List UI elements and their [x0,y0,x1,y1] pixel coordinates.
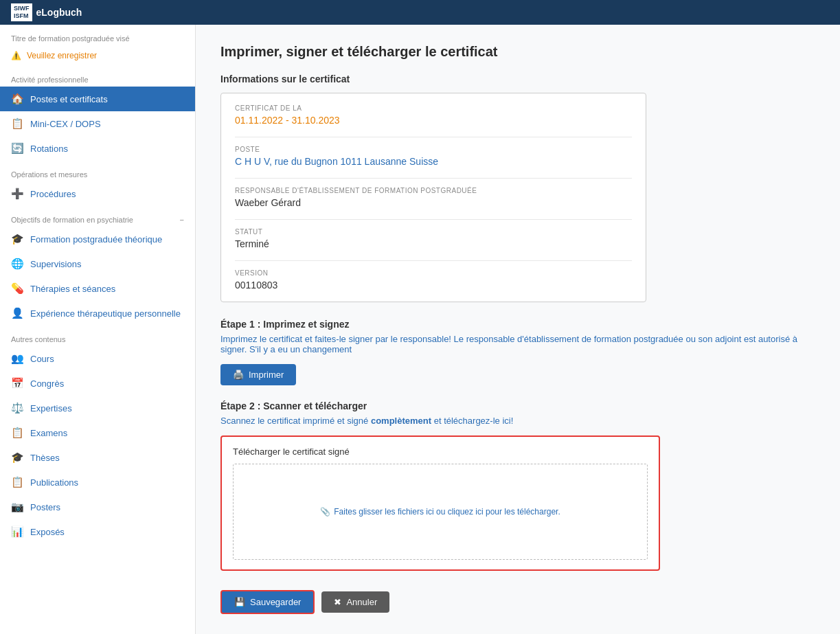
step2-desc-end: et téléchargez-le ici! [431,416,513,426]
page-title: Imprimer, signer et télécharger le certi… [220,44,815,60]
print-button[interactable]: 🖨️ Imprimer [220,364,296,385]
statut-label: STATUT [235,228,632,236]
plus-icon: ➕ [11,188,23,200]
cert-field-version: VERSION 00110803 [235,269,632,291]
upload-title: Télécharger le certificat signé [233,446,648,457]
poste-label: POSTE [235,146,632,153]
cancel-icon: ✖ [334,597,341,607]
responsable-value: Waeber Gérard [235,197,632,208]
poste-value: C H U V, rue du Bugnon 1011 Lausanne Sui… [235,156,632,167]
cert-info-section-title: Informations sur le certificat [220,73,815,84]
cert-field-poste: POSTE C H U V, rue du Bugnon 1011 Lausan… [235,146,632,167]
sidebar-item-posters[interactable]: 📷 Posters [0,495,195,519]
logo: SIWF ISFM eLogbuch [11,3,82,21]
autres-label: Autres contenus [0,326,195,346]
objectifs-label: Objectifs de formation en psychiatrie [11,216,133,224]
main-content: Imprimer, signer et télécharger le certi… [196,25,840,634]
image-icon: 📷 [11,501,23,513]
save-icon: 💾 [234,597,245,607]
step2-desc: Scannez le certificat imprimé et signé c… [220,416,815,426]
home-icon: 🏠 [11,93,23,105]
sidebar-item-exposes[interactable]: 📊 Exposés [0,519,195,544]
publications-icon: 📋 [11,476,23,488]
sidebar-label: Supervisions [30,259,81,269]
sidebar-item-expertises[interactable]: ⚖️ Expertises [0,396,195,420]
step1-title: Étape 1 : Imprimez et signez [220,319,815,330]
sidebar-label: Formation postgraduée théorique [30,234,162,245]
checklist-icon: 📋 [11,117,23,130]
sidebar-item-procedures[interactable]: ➕ Procédures [0,181,195,206]
step2-desc-normal: Scannez le certificat imprimé et signé [220,416,371,426]
sidebar-item-rotations[interactable]: 🔄 Rotations [0,136,195,161]
mortarboard-icon: 🎓 [11,233,23,245]
action-buttons: 💾 Sauvegarder ✖ Annuler [220,590,815,614]
version-value: 00110803 [235,280,632,291]
sidebar-item-cours[interactable]: 👥 Cours [0,346,195,371]
sidebar-item-formation-postgraduee[interactable]: 🎓 Formation postgraduée théorique [0,227,195,251]
sidebar-label: Rotations [30,144,68,154]
objectifs-toggle[interactable]: − [180,216,184,224]
sidebar-label: Postes et certificats [30,94,108,104]
logo-siwf-isfm: SIWF ISFM [11,3,32,21]
sidebar-label: Examens [30,428,67,438]
sidebar-label: Thérapies et séances [30,284,115,294]
sidebar-item-postes-certificats[interactable]: 🏠 Postes et certificats [0,87,195,111]
printer-icon: 🖨️ [233,370,244,380]
sidebar-item-publications[interactable]: 📋 Publications [0,470,195,495]
group-icon: 👥 [11,352,23,365]
rotation-icon: 🔄 [11,142,23,155]
clipboard-icon: 📋 [11,427,23,439]
upload-box[interactable]: Télécharger le certificat signé 📎 Faites… [220,435,660,571]
cert-field-statut: STATUT Terminé [235,228,632,249]
calendar-icon: 📅 [11,377,23,389]
sidebar-label: Exposés [30,527,65,537]
warning-icon: ⚠️ [11,51,21,60]
balance-icon: ⚖️ [11,402,23,414]
sidebar-item-experience-therapeutique[interactable]: 👤 Expérience thérapeutique personnelle [0,301,195,326]
sidebar-label: Expérience thérapeutique personnelle [30,308,181,319]
cert-field-responsable: RESPONSABLE D'ÉTABLISSEMENT DE FORMATION… [235,187,632,208]
cert-field-period: CERTIFICAT DE LA 01.11.2022 - 31.10.2023 [235,104,632,126]
globe-icon: 🌐 [11,258,23,270]
operations-label: Opérations et mesures [0,161,195,181]
sidebar-item-therapies-seances[interactable]: 💊 Thérapies et séances [0,276,195,301]
formation-label: Titre de formation postgraduée visé [0,25,195,45]
sidebar-label: Publications [30,477,78,488]
sidebar-label: Thèses [30,453,60,463]
version-label: VERSION [235,269,632,277]
sidebar-label: Posters [30,502,60,512]
app-header: SIWF ISFM eLogbuch [0,0,840,25]
sidebar-label: Procédures [30,189,76,199]
warning-text: Veuillez enregistrer [27,51,97,60]
sidebar-label: Congrès [30,378,64,389]
responsable-label: RESPONSABLE D'ÉTABLISSEMENT DE FORMATION… [235,187,632,194]
person-icon: 👤 [11,307,23,319]
upload-icon: 📎 [320,507,330,517]
cancel-button[interactable]: ✖ Annuler [321,591,389,613]
cert-de-la-label: CERTIFICAT DE LA [235,104,632,112]
sidebar-item-supervisions[interactable]: 🌐 Supervisions [0,251,195,276]
upload-drop-text: 📎 Faites glisser les fichiers ici ou cli… [320,507,560,517]
sidebar-item-examens[interactable]: 📋 Examens [0,420,195,445]
sidebar-item-theses[interactable]: 🎓 Thèses [0,445,195,470]
graduation-icon: 🎓 [11,451,23,464]
cert-de-la-value: 01.11.2022 - 31.10.2023 [235,115,632,126]
sidebar: Titre de formation postgraduée visé ⚠️ V… [0,25,196,634]
certificate-info-box: CERTIFICAT DE LA 01.11.2022 - 31.10.2023… [220,93,646,302]
pill-icon: 💊 [11,282,23,295]
step1-desc: Imprimez le certificat et faites-le sign… [220,334,815,354]
chart-icon: 📊 [11,525,23,538]
sidebar-label: Cours [30,354,54,364]
warning-box: ⚠️ Veuillez enregistrer [0,45,195,66]
activite-label: Activité professionnelle [0,66,195,87]
step2-title: Étape 2 : Scanner et télécharger [220,400,815,411]
save-button[interactable]: 💾 Sauvegarder [220,590,315,614]
statut-value: Terminé [235,238,632,249]
step2-desc-bold: complètement [371,416,431,426]
upload-drop-area[interactable]: 📎 Faites glisser les fichiers ici ou cli… [233,464,648,560]
sidebar-item-congres[interactable]: 📅 Congrès [0,371,195,396]
sidebar-label: Expertises [30,403,72,414]
sidebar-item-mini-cex-dops[interactable]: 📋 Mini-CEX / DOPS [0,111,195,136]
sidebar-label: Mini-CEX / DOPS [30,119,101,129]
app-name: eLogbuch [36,7,82,18]
